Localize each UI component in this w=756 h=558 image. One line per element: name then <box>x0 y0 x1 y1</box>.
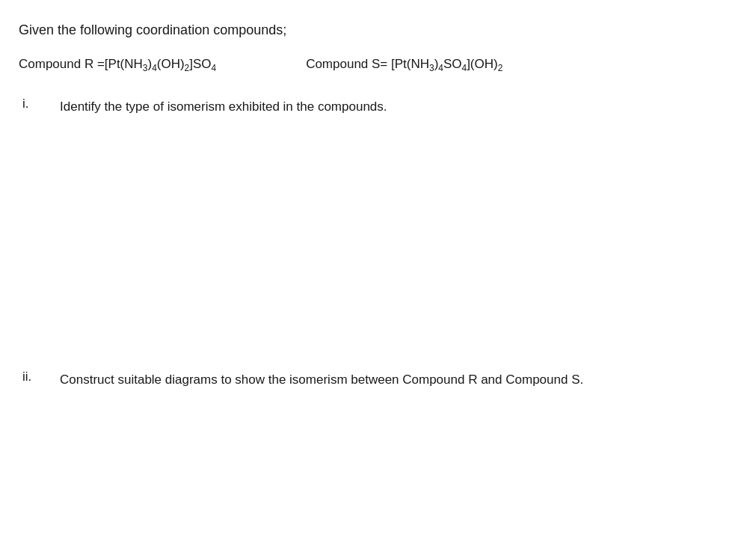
question-num-ii: ii. <box>15 370 60 384</box>
compounds-row: Compound R =[Pt(NH3)4(OH)2]SO4 Compound … <box>19 55 726 76</box>
question-item-ii: ii. Construct suitable diagrams to show … <box>15 370 726 390</box>
question-text-i: Identify the type of isomerism exhibited… <box>60 96 726 117</box>
page-content: Given the following coordination compoun… <box>15 22 726 390</box>
question-item-i: i. Identify the type of isomerism exhibi… <box>15 96 726 117</box>
question-num-i: i. <box>15 96 60 111</box>
intro-text: Given the following coordination compoun… <box>19 22 726 38</box>
compound-s-formula: [Pt(NH3)4SO4](OH)2 <box>391 57 503 71</box>
compound-r-label: Compound R = <box>19 57 105 71</box>
question-text-ii: Construct suitable diagrams to show the … <box>60 370 726 390</box>
compound-s: Compound S= [Pt(NH3)4SO4](OH)2 <box>306 55 503 76</box>
answer-space-i <box>15 130 726 370</box>
question-section: i. Identify the type of isomerism exhibi… <box>15 96 726 390</box>
compound-r-formula: [Pt(NH3)4(OH)2]SO4 <box>105 57 216 71</box>
compound-r: Compound R =[Pt(NH3)4(OH)2]SO4 <box>19 55 216 76</box>
compound-s-label: Compound S= <box>306 57 391 71</box>
